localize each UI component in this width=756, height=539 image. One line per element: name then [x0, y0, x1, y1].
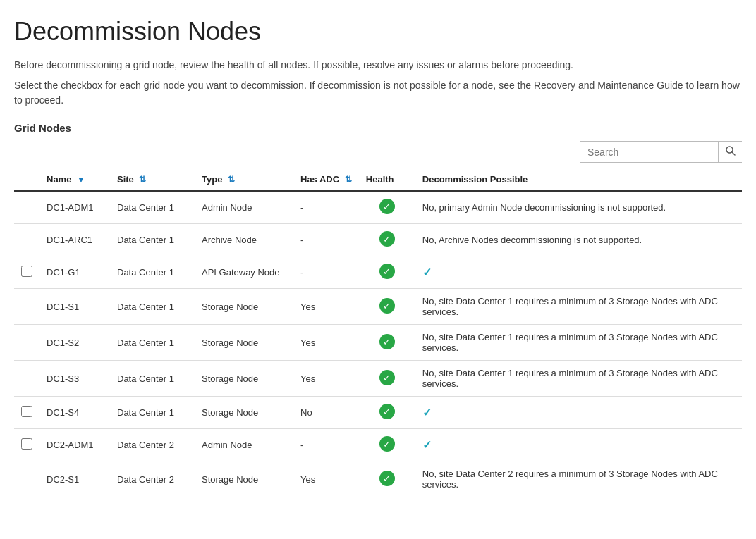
health-green-check-icon — [379, 471, 395, 486]
row-site: Data Center 1 — [110, 361, 195, 397]
health-green-check-icon — [379, 404, 395, 419]
health-green-check-icon — [379, 370, 395, 385]
row-site: Data Center 1 — [110, 289, 195, 325]
row-checkbox[interactable] — [21, 406, 32, 417]
decommission-teal-check-icon: ✓ — [422, 439, 432, 451]
row-checkbox-cell — [14, 461, 39, 497]
table-row: DC1-S3Data Center 1Storage NodeYesNo, si… — [14, 361, 742, 397]
sort-adc-icon[interactable]: ⇅ — [345, 175, 352, 185]
row-name: DC1-S2 — [39, 325, 110, 361]
row-has-adc: Yes — [293, 361, 359, 397]
decommission-teal-check-icon: ✓ — [422, 266, 432, 278]
row-site: Data Center 2 — [110, 429, 195, 461]
table-row: DC1-ARC1Data Center 1Archive Node-No, Ar… — [14, 224, 742, 256]
svg-line-1 — [732, 152, 735, 155]
row-name: DC1-ADM1 — [39, 191, 110, 224]
row-checkbox-cell — [14, 429, 39, 461]
row-type: API Gateway Node — [195, 256, 293, 289]
row-checkbox[interactable] — [21, 266, 32, 277]
row-decommission-possible: No, site Data Center 1 requires a minimu… — [415, 325, 742, 361]
row-name: DC1-S4 — [39, 397, 110, 429]
row-name: DC1-ARC1 — [39, 224, 110, 256]
col-header-checkbox — [14, 168, 39, 191]
row-health — [359, 429, 415, 461]
row-decommission-possible: No, site Data Center 2 requires a minimu… — [415, 461, 742, 497]
row-checkbox-cell — [14, 397, 39, 429]
col-header-decommission-possible: Decommission Possible — [415, 168, 742, 191]
search-input[interactable] — [580, 142, 718, 162]
row-has-adc: No — [293, 397, 359, 429]
table-row: DC2-S1Data Center 2Storage NodeYesNo, si… — [14, 461, 742, 497]
row-decommission-possible: No, Archive Nodes decommissioning is not… — [415, 224, 742, 256]
sort-site-icon[interactable]: ⇅ — [139, 175, 146, 185]
row-type: Storage Node — [195, 325, 293, 361]
row-decommission-possible: No, site Data Center 1 requires a minimu… — [415, 289, 742, 325]
sort-type-icon[interactable]: ⇅ — [228, 175, 235, 185]
table-header: Name ▼ Site ⇅ Type ⇅ Has ADC ⇅ Health De… — [14, 168, 742, 191]
table-body: DC1-ADM1Data Center 1Admin Node-No, prim… — [14, 191, 742, 497]
row-health — [359, 361, 415, 397]
row-type: Storage Node — [195, 397, 293, 429]
grid-nodes-table: Name ▼ Site ⇅ Type ⇅ Has ADC ⇅ Health De… — [14, 168, 742, 497]
col-header-site: Site ⇅ — [110, 168, 195, 191]
row-decommission-possible: ✓ — [415, 429, 742, 461]
table-row: DC1-S2Data Center 1Storage NodeYesNo, si… — [14, 325, 742, 361]
description-2: Select the checkbox for each grid node y… — [14, 78, 742, 108]
row-name: DC2-S1 — [39, 461, 110, 497]
row-health — [359, 256, 415, 289]
row-type: Admin Node — [195, 429, 293, 461]
row-decommission-possible: ✓ — [415, 397, 742, 429]
row-decommission-possible: No, primary Admin Node decommissioning i… — [415, 191, 742, 224]
table-row: DC2-ADM1Data Center 2Admin Node-✓ — [14, 429, 742, 461]
col-header-type: Type ⇅ — [195, 168, 293, 191]
row-type: Storage Node — [195, 289, 293, 325]
decommission-teal-check-icon: ✓ — [422, 407, 432, 419]
row-name: DC1-S1 — [39, 289, 110, 325]
col-header-has-adc: Has ADC ⇅ — [293, 168, 359, 191]
row-type: Admin Node — [195, 191, 293, 224]
row-site: Data Center 1 — [110, 397, 195, 429]
section-title: Grid Nodes — [14, 122, 742, 134]
row-decommission-possible: ✓ — [415, 256, 742, 289]
col-header-health: Health — [359, 168, 415, 191]
row-checkbox-cell — [14, 256, 39, 289]
row-has-adc: - — [293, 429, 359, 461]
row-type: Storage Node — [195, 461, 293, 497]
search-icon — [726, 146, 736, 156]
row-health — [359, 325, 415, 361]
row-health — [359, 289, 415, 325]
sort-name-down-icon[interactable]: ▼ — [77, 175, 85, 185]
health-green-check-icon — [379, 334, 395, 349]
row-checkbox-cell — [14, 325, 39, 361]
table-row: DC1-ADM1Data Center 1Admin Node-No, prim… — [14, 191, 742, 224]
row-has-adc: Yes — [293, 461, 359, 497]
table-row: DC1-S4Data Center 1Storage NodeNo✓ — [14, 397, 742, 429]
health-green-check-icon — [379, 298, 395, 314]
row-name: DC2-ADM1 — [39, 429, 110, 461]
row-health — [359, 191, 415, 224]
row-has-adc: Yes — [293, 289, 359, 325]
row-name: DC1-G1 — [39, 256, 110, 289]
row-type: Archive Node — [195, 224, 293, 256]
search-wrapper — [580, 141, 742, 163]
page-title: Decommission Nodes — [14, 17, 742, 47]
row-site: Data Center 1 — [110, 191, 195, 224]
row-has-adc: - — [293, 224, 359, 256]
row-name: DC1-S3 — [39, 361, 110, 397]
search-button[interactable] — [718, 142, 743, 162]
row-checkbox[interactable] — [21, 438, 32, 450]
health-green-check-icon — [379, 436, 395, 452]
row-has-adc: - — [293, 256, 359, 289]
description-1: Before decommissioning a grid node, revi… — [14, 58, 742, 73]
row-site: Data Center 2 — [110, 461, 195, 497]
health-green-check-icon — [379, 231, 395, 247]
table-row: DC1-G1Data Center 1API Gateway Node-✓ — [14, 256, 742, 289]
row-site: Data Center 1 — [110, 325, 195, 361]
row-type: Storage Node — [195, 361, 293, 397]
row-site: Data Center 1 — [110, 256, 195, 289]
col-header-name: Name ▼ — [39, 168, 110, 191]
row-has-adc: Yes — [293, 325, 359, 361]
row-checkbox-cell — [14, 361, 39, 397]
row-health — [359, 461, 415, 497]
health-green-check-icon — [379, 264, 395, 279]
